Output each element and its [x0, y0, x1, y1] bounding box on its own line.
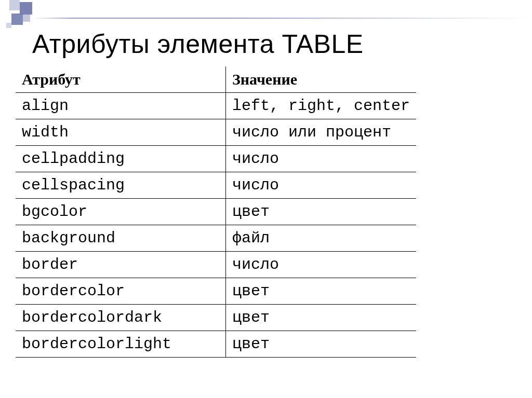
header-attribute: Атрибут	[16, 66, 226, 93]
decorative-squares	[0, 0, 62, 31]
table-row: bordercolorlight цвет	[16, 331, 416, 358]
cell-val: число или процент	[226, 119, 417, 146]
cell-attr: cellpadding	[16, 146, 226, 172]
table-row: bordercolordark цвет	[16, 305, 416, 331]
header-value: Значение	[226, 66, 417, 93]
cell-val: цвет	[226, 199, 417, 225]
cell-attr: border	[16, 252, 226, 278]
table-header-row: Атрибут Значение	[16, 66, 416, 93]
cell-val: число	[226, 146, 417, 172]
decorative-rule	[32, 18, 532, 19]
table-row: align left, right, center	[16, 93, 416, 119]
cell-attr: align	[16, 93, 226, 119]
cell-val: число	[226, 252, 417, 278]
cell-attr: bordercolordark	[16, 305, 226, 331]
slide: Атрибуты элемента TABLE Атрибут Значение…	[0, 0, 532, 398]
cell-attr: cellspacing	[16, 172, 226, 199]
cell-attr: bgcolor	[16, 199, 226, 225]
table-row: cellpadding число	[16, 146, 416, 172]
attributes-table: Атрибут Значение align left, right, cent…	[16, 66, 416, 358]
table-row: cellspacing число	[16, 172, 416, 199]
cell-attr: width	[16, 119, 226, 146]
table-row: background файл	[16, 225, 416, 252]
cell-val: файл	[226, 225, 417, 252]
cell-attr: bordercolorlight	[16, 331, 226, 358]
deco-square	[20, 2, 32, 15]
deco-square	[11, 13, 23, 25]
table-row: border число	[16, 252, 416, 278]
deco-square	[9, 0, 20, 10]
cell-val: число	[226, 172, 417, 199]
cell-val: left, right, center	[226, 93, 417, 119]
table-row: width число или процент	[16, 119, 416, 146]
cell-attr: background	[16, 225, 226, 252]
table-row: bgcolor цвет	[16, 199, 416, 225]
deco-square	[6, 23, 11, 28]
cell-val: цвет	[226, 305, 417, 331]
page-title: Атрибуты элемента TABLE	[32, 29, 364, 59]
cell-val: цвет	[226, 278, 417, 305]
table-row: bordercolor цвет	[16, 278, 416, 305]
cell-attr: bordercolor	[16, 278, 226, 305]
cell-val: цвет	[226, 331, 417, 358]
deco-square	[23, 15, 30, 22]
